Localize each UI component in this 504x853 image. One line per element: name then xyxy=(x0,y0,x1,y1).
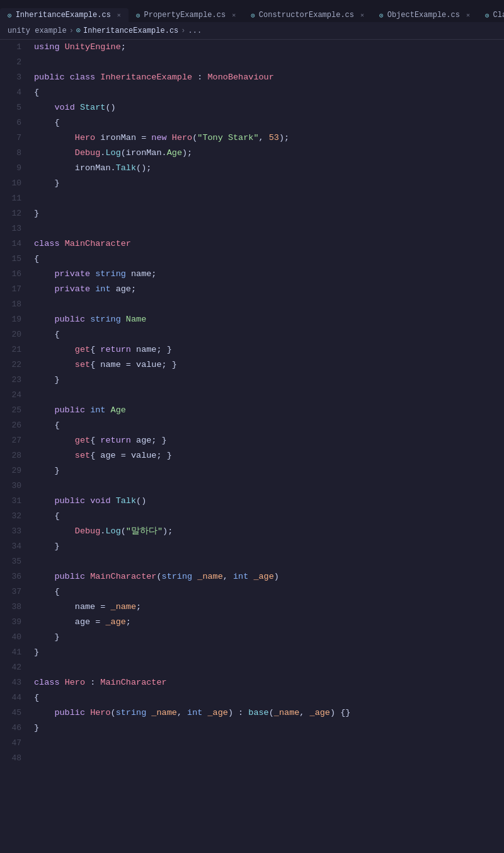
line-number: 17 xyxy=(0,282,32,297)
line-number: 18 xyxy=(0,297,32,312)
line-content: age = _age; xyxy=(32,615,504,630)
token-kw: private xyxy=(54,284,90,294)
token-punct: ) {} xyxy=(330,708,350,717)
token-punct: (); xyxy=(136,163,151,173)
line-content xyxy=(32,388,504,403)
line-number: 24 xyxy=(0,388,32,403)
token-punct: ; } xyxy=(151,436,166,445)
token-kw: public xyxy=(54,708,85,717)
token-param: _age xyxy=(208,708,228,717)
token-plain: . xyxy=(162,148,167,158)
line-number: 38 xyxy=(0,600,32,615)
line-content: public MainCharacter(string _name, int _… xyxy=(32,569,504,584)
line-number: 22 xyxy=(0,357,32,373)
tab-label: InheritanceExample.cs xyxy=(16,11,111,20)
tab-close-icon[interactable]: ✕ xyxy=(360,11,364,19)
token-punct: ; xyxy=(136,602,141,612)
code-line-35: 35 xyxy=(0,554,504,569)
token-kw-type: string xyxy=(90,315,121,324)
line-number: 4 xyxy=(0,85,32,100)
token-punct: ); xyxy=(279,133,289,142)
token-kw: void xyxy=(54,103,74,112)
token-kw: return xyxy=(100,436,131,445)
line-number: 41 xyxy=(0,645,32,660)
code-line-12: 12} xyxy=(0,206,504,221)
code-line-36: 36 public MainCharacter(string _name, in… xyxy=(0,569,504,584)
token-plain xyxy=(34,375,54,385)
token-punct: ( xyxy=(156,572,161,581)
code-line-17: 17 private int age; xyxy=(0,282,504,297)
token-plain xyxy=(202,708,207,717)
token-plain xyxy=(34,632,54,642)
tab-label: PropertyExample.cs xyxy=(144,11,226,20)
token-plain: = xyxy=(121,360,136,369)
token-param: _name xyxy=(197,572,223,581)
token-cls: UnityEngine xyxy=(65,42,121,52)
line-content: public void Talk() xyxy=(32,494,504,509)
code-editor[interactable]: 1using UnityEngine;2 3public class Inher… xyxy=(0,40,504,766)
breadcrumb-part-2: ⊙ xyxy=(76,26,81,35)
token-var: value xyxy=(131,451,157,460)
code-line-34: 34 } xyxy=(0,539,504,554)
line-content xyxy=(32,221,504,236)
line-content: Debug.Log(ironMan.Age); xyxy=(32,146,504,161)
code-line-5: 5 void Start() xyxy=(0,100,504,115)
line-number: 20 xyxy=(0,327,32,342)
token-punct: } xyxy=(54,632,59,642)
token-plain: , xyxy=(177,708,187,717)
token-cls: Hero xyxy=(65,678,85,687)
token-punct: ; xyxy=(121,42,126,52)
line-content: public string Name xyxy=(32,312,504,327)
token-punct: ; xyxy=(131,284,136,294)
token-plain: = xyxy=(95,602,110,612)
code-line-3: 3public class InheritanceExample : MonoB… xyxy=(0,70,504,85)
token-var: value xyxy=(136,360,162,369)
code-line-30: 30 xyxy=(0,479,504,494)
token-plain xyxy=(65,73,70,82)
line-number: 33 xyxy=(0,524,32,539)
line-number: 44 xyxy=(0,690,32,705)
line-content: public class InheritanceExample : MonoBe… xyxy=(32,70,504,85)
token-kw-type: string xyxy=(116,708,147,717)
token-var: age xyxy=(136,436,151,445)
line-content xyxy=(32,479,504,494)
tab-ConstructorExample-cs[interactable]: ⊙ConstructorExample.cs✕ xyxy=(243,8,372,22)
tab-close-icon[interactable]: ✕ xyxy=(117,11,121,19)
line-number: 16 xyxy=(0,267,32,282)
token-plain xyxy=(167,133,172,142)
token-kw: using xyxy=(34,42,60,52)
token-punct: } xyxy=(54,542,59,551)
token-get-set: get xyxy=(75,345,90,354)
code-line-2: 2 xyxy=(0,55,504,70)
tab-close-icon[interactable]: ✕ xyxy=(232,11,236,19)
code-line-44: 44{ xyxy=(0,690,504,705)
token-plain xyxy=(34,330,54,339)
line-content: { xyxy=(32,690,504,705)
line-content: get{ return name; } xyxy=(32,342,504,357)
tab-InheritanceExample-cs[interactable]: ⊙InheritanceExample.cs✕ xyxy=(0,8,129,22)
tab-PropertyExample-cs[interactable]: ⊙PropertyExample.cs✕ xyxy=(129,8,243,22)
token-kw: class xyxy=(70,73,96,82)
code-line-13: 13 xyxy=(0,221,504,236)
line-content: } xyxy=(32,463,504,479)
code-line-4: 4{ xyxy=(0,85,504,100)
tab-ClassExamp---[interactable]: ⊙ClassExamp...✕ xyxy=(478,8,504,22)
code-line-22: 22 set{ name = value; } xyxy=(0,357,504,373)
code-line-27: 27 get{ return age; } xyxy=(0,433,504,448)
token-kw-type: int xyxy=(90,405,105,415)
token-cls: MonoBehaviour xyxy=(207,73,273,82)
tab-ObjectExample-cs[interactable]: ⊙ObjectExample.cs✕ xyxy=(372,8,478,22)
token-num: 53 xyxy=(269,133,279,142)
token-kw: public xyxy=(34,73,65,82)
token-plain xyxy=(34,315,54,324)
code-line-46: 46} xyxy=(0,721,504,736)
line-content: private string name; xyxy=(32,267,504,282)
token-punct: { xyxy=(54,587,59,596)
line-content: set{ name = value; } xyxy=(32,357,504,373)
line-number: 14 xyxy=(0,236,32,252)
breadcrumb-part-4: ... xyxy=(188,26,202,35)
tab-close-icon[interactable]: ✕ xyxy=(466,11,470,19)
code-line-10: 10 } xyxy=(0,176,504,191)
token-kw-type: string xyxy=(95,269,126,279)
token-var: age xyxy=(75,617,90,627)
